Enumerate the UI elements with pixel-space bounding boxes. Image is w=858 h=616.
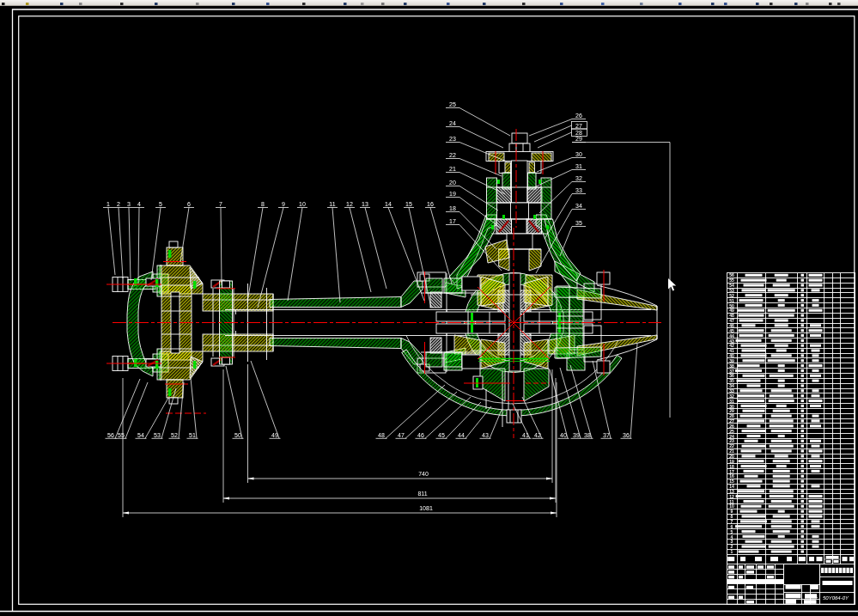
svg-text:11: 11 bbox=[329, 201, 335, 207]
svg-text:40: 40 bbox=[560, 432, 567, 438]
svg-text:50Y064-0Y: 50Y064-0Y bbox=[823, 595, 849, 601]
svg-text:2: 2 bbox=[117, 201, 120, 207]
svg-text:45: 45 bbox=[438, 432, 445, 438]
svg-text:34: 34 bbox=[575, 203, 582, 209]
svg-text:28: 28 bbox=[575, 130, 582, 136]
svg-text:5: 5 bbox=[159, 201, 162, 207]
svg-text:12: 12 bbox=[346, 201, 353, 207]
svg-text:46: 46 bbox=[417, 432, 424, 438]
svg-text:17: 17 bbox=[449, 218, 456, 224]
svg-text:19: 19 bbox=[449, 191, 456, 197]
svg-text:30: 30 bbox=[575, 151, 582, 157]
svg-text:26: 26 bbox=[575, 113, 582, 119]
svg-text:18: 18 bbox=[449, 205, 456, 211]
svg-text:13: 13 bbox=[362, 201, 368, 207]
svg-text:27: 27 bbox=[575, 123, 582, 129]
svg-text:52: 52 bbox=[171, 432, 178, 438]
svg-text:56: 56 bbox=[107, 432, 114, 438]
svg-text:44: 44 bbox=[458, 432, 465, 438]
svg-text:36: 36 bbox=[623, 432, 630, 438]
svg-text:1: 1 bbox=[106, 201, 110, 207]
svg-text:48: 48 bbox=[378, 432, 385, 438]
svg-text:15: 15 bbox=[405, 201, 412, 207]
svg-text:8: 8 bbox=[261, 201, 265, 207]
svg-text:1: 1 bbox=[731, 549, 733, 554]
svg-text:24: 24 bbox=[449, 120, 456, 126]
svg-text:20: 20 bbox=[449, 180, 456, 186]
svg-text:29: 29 bbox=[575, 136, 582, 142]
svg-text:23: 23 bbox=[449, 136, 456, 142]
svg-text:51: 51 bbox=[189, 432, 196, 438]
svg-text:31: 31 bbox=[575, 163, 582, 169]
svg-text:7: 7 bbox=[219, 201, 222, 207]
svg-text:21: 21 bbox=[449, 166, 456, 172]
svg-text:53: 53 bbox=[154, 432, 161, 438]
svg-text:33: 33 bbox=[575, 187, 582, 193]
svg-text:811: 811 bbox=[417, 491, 427, 497]
svg-text:1081: 1081 bbox=[419, 505, 433, 511]
svg-text:35: 35 bbox=[575, 220, 582, 226]
svg-text:9: 9 bbox=[282, 201, 285, 207]
svg-text:50: 50 bbox=[234, 432, 241, 438]
svg-text:10: 10 bbox=[299, 201, 306, 207]
svg-text:16: 16 bbox=[427, 201, 434, 207]
svg-text:4: 4 bbox=[137, 201, 141, 207]
svg-text:25: 25 bbox=[449, 101, 456, 107]
svg-text:43: 43 bbox=[482, 432, 489, 438]
svg-text:55: 55 bbox=[118, 432, 125, 438]
svg-text:32: 32 bbox=[575, 175, 582, 181]
svg-text:47: 47 bbox=[398, 432, 405, 438]
svg-text:37: 37 bbox=[603, 432, 610, 438]
svg-text:14: 14 bbox=[385, 201, 392, 207]
svg-text:740: 740 bbox=[418, 471, 429, 477]
svg-text:54: 54 bbox=[137, 432, 144, 438]
svg-text:3: 3 bbox=[127, 201, 131, 207]
svg-text:22: 22 bbox=[449, 152, 456, 158]
svg-text:1:1: 1:1 bbox=[812, 594, 818, 599]
svg-text:6: 6 bbox=[187, 201, 191, 207]
